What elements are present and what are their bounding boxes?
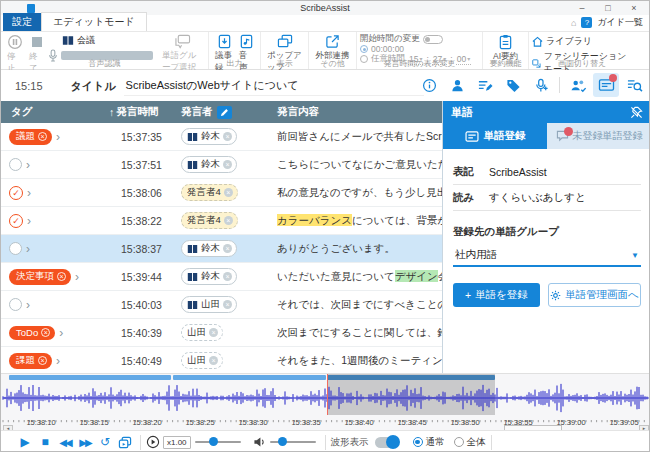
play-button[interactable]: ▶ bbox=[15, 433, 35, 451]
remove-speaker-icon[interactable]: × bbox=[209, 356, 218, 365]
guide-list-link[interactable]: ガイド一覧 bbox=[597, 16, 643, 29]
waveform-display-toggle[interactable] bbox=[375, 437, 399, 448]
tag-badge[interactable]: 課題× bbox=[9, 353, 52, 369]
word-manage-button[interactable]: 単語管理画面へ bbox=[548, 283, 641, 307]
speech-segment-bar[interactable] bbox=[173, 375, 326, 380]
remove-speaker-icon[interactable]: × bbox=[223, 244, 232, 253]
column-content[interactable]: 発言内容 bbox=[273, 105, 442, 119]
start-time-toggle[interactable] bbox=[423, 35, 443, 44]
close-button[interactable]: × bbox=[621, 1, 647, 15]
remove-speaker-icon[interactable]: × bbox=[223, 300, 232, 309]
waveform-panel[interactable]: 15:38:1015:38:1515:38:2015:38:2515:38:30… bbox=[1, 373, 650, 430]
edit-text-button[interactable] bbox=[472, 73, 498, 97]
speaker-chip[interactable]: 鈴木× bbox=[181, 156, 237, 173]
speaker-edit-icon[interactable] bbox=[217, 106, 232, 119]
info-button[interactable] bbox=[416, 73, 442, 97]
expand-chevron-icon[interactable]: › bbox=[56, 132, 60, 142]
view-all-option[interactable]: 全体 bbox=[454, 436, 486, 449]
remove-speaker-icon[interactable]: × bbox=[224, 216, 233, 225]
view-normal-option[interactable]: 通常 bbox=[413, 436, 445, 449]
fast-forward-button[interactable]: ▶▶ bbox=[75, 433, 95, 451]
tab-unregistered-words[interactable]: 未登録単語登録 bbox=[547, 123, 650, 149]
speaker-chip[interactable]: 山田× bbox=[181, 296, 237, 313]
tab-edit-mode[interactable]: エディットモード bbox=[41, 12, 147, 31]
circle-icon[interactable] bbox=[9, 242, 22, 255]
tag-badge[interactable]: ToDo× bbox=[9, 326, 55, 340]
expand-chevron-icon[interactable]: › bbox=[59, 328, 63, 338]
utterance-text[interactable]: こちらについてなにかご意見いただけますでしょうか。 bbox=[273, 158, 442, 172]
table-row[interactable]: ›15:37:51鈴木×こちらについてなにかご意見いただけますでしょうか。 bbox=[1, 151, 442, 179]
table-row[interactable]: ✓›15:38:06発言者4×私の意見なのですが、もう少し見出しの文字を大きくし… bbox=[1, 179, 442, 207]
word-group-select[interactable]: 社内用語 ▼ bbox=[453, 245, 641, 267]
home-small-icon[interactable]: ⌂ bbox=[571, 18, 576, 28]
library-button[interactable]: ライブラリ bbox=[532, 35, 632, 48]
speaker-chip[interactable]: 鈴木× bbox=[181, 268, 237, 285]
radio-all-icon[interactable] bbox=[454, 437, 464, 447]
speaker-check-button[interactable] bbox=[565, 73, 591, 97]
remove-speaker-icon[interactable]: × bbox=[223, 272, 232, 281]
remove-tag-icon[interactable]: × bbox=[41, 328, 50, 337]
remove-speaker-icon[interactable]: × bbox=[223, 132, 232, 141]
tag-badge[interactable]: 決定事項× bbox=[9, 269, 71, 285]
title-input[interactable]: ScribeAssistのWebサイトについて bbox=[124, 76, 424, 96]
speaker-chip[interactable]: 鈴木× bbox=[181, 240, 237, 257]
table-row[interactable]: ›15:40:03山田×それでは、次回までにすべきことの確認、および担当者を決め… bbox=[1, 291, 442, 319]
expand-chevron-icon[interactable]: › bbox=[26, 244, 30, 254]
speech-segment-bar[interactable] bbox=[9, 375, 171, 380]
remove-speaker-icon[interactable]: × bbox=[224, 188, 233, 197]
circle-icon[interactable] bbox=[9, 298, 22, 311]
remove-tag-icon[interactable]: × bbox=[38, 132, 47, 141]
add-voice-button[interactable] bbox=[528, 73, 554, 97]
table-row[interactable]: 課題×›15:40:49山田×それをまた、1週間後のミーティングにて発表していた… bbox=[1, 347, 442, 373]
expand-chevron-icon[interactable]: › bbox=[56, 356, 60, 366]
text-search-button[interactable] bbox=[621, 73, 647, 97]
yomi-input[interactable]: すくらいぶあしすと bbox=[489, 191, 586, 205]
radio-normal-icon[interactable] bbox=[413, 437, 423, 447]
repeat-section-button[interactable] bbox=[115, 433, 135, 451]
speed-input[interactable]: x1.00 bbox=[163, 436, 191, 449]
utterance-text[interactable]: いただいた意見についてデザイン会社と打ち合わせを設けて、またブラッシュアップ bbox=[273, 270, 442, 284]
tab-word-register[interactable]: 単語登録 bbox=[443, 123, 547, 149]
maximize-button[interactable]: □ bbox=[595, 1, 621, 15]
speaker-chip[interactable]: 発言者4× bbox=[181, 184, 238, 201]
check-icon[interactable]: ✓ bbox=[9, 186, 23, 200]
tag-button[interactable] bbox=[500, 73, 526, 97]
expand-chevron-icon[interactable]: › bbox=[75, 272, 79, 282]
remove-tag-icon[interactable]: × bbox=[38, 356, 47, 365]
utterance-text[interactable]: ありがとうございます。 bbox=[273, 242, 442, 256]
rewind-button[interactable]: ◀◀ bbox=[55, 433, 75, 451]
hyouki-input[interactable]: ScribeAssist bbox=[489, 166, 547, 178]
speaker-chip[interactable]: 発言者4× bbox=[181, 212, 238, 229]
expand-chevron-icon[interactable]: › bbox=[26, 300, 30, 310]
table-row[interactable]: ›15:38:37鈴木×ありがとうございます。 bbox=[1, 235, 442, 263]
utterance-text[interactable]: それでは、次回までにすべきことの確認、および担当者を決めたいと思います。 bbox=[273, 298, 442, 312]
utterance-text[interactable]: カラーバランスについては、背景が少し薄いかなと思いますので、少し濃くしていた bbox=[273, 214, 442, 228]
tag-badge[interactable]: 議題× bbox=[9, 129, 52, 145]
utterance-text[interactable]: 私の意見なのですが、もう少し見出しの文字を大きくしてもらえると、区別がつき bbox=[273, 186, 442, 200]
volume-slider[interactable] bbox=[270, 441, 316, 443]
remove-speaker-icon[interactable]: × bbox=[223, 160, 232, 169]
volume-icon[interactable] bbox=[253, 436, 266, 448]
help-icon[interactable]: ? bbox=[581, 17, 592, 28]
remove-speaker-icon[interactable]: × bbox=[209, 328, 218, 337]
minimize-button[interactable]: – bbox=[569, 1, 595, 15]
table-row[interactable]: 議題×›15:37:35鈴木×前回皆さんにメールで共有したScribeAssis… bbox=[1, 123, 442, 151]
zero-time-radio[interactable] bbox=[360, 45, 368, 53]
expand-chevron-icon[interactable]: › bbox=[27, 188, 31, 198]
column-speaker[interactable]: 発言者 bbox=[181, 105, 273, 119]
word-panel-button[interactable] bbox=[593, 73, 619, 97]
speaker-chip[interactable]: 鈴木× bbox=[181, 128, 237, 145]
table-row[interactable]: 決定事項×›15:39:44鈴木×いただいた意見についてデザイン会社と打ち合わせ… bbox=[1, 263, 442, 291]
speaker-chip[interactable]: 山田× bbox=[181, 324, 223, 341]
check-icon[interactable]: ✓ bbox=[9, 214, 23, 228]
column-tag[interactable]: タグ bbox=[1, 105, 109, 119]
utterance-text[interactable]: 前回皆さんにメールで共有したScribeAssistについてのホームページのデザ… bbox=[273, 130, 442, 144]
utterance-text[interactable]: 次回までにすることに関しては、鈴木さんにデザインのブラッシュアップを行っていた bbox=[273, 326, 442, 340]
table-row[interactable]: ✓›15:38:22発言者4×カラーバランスについては、背景が少し薄いかなと思い… bbox=[1, 207, 442, 235]
column-time[interactable]: ↑ 発言時間 bbox=[109, 105, 181, 119]
utterance-text[interactable]: それをまた、1週間後のミーティングにて発表していただき、最終確認を行いたい bbox=[273, 354, 442, 368]
tab-settings[interactable]: 設定 bbox=[3, 13, 41, 31]
register-word-button[interactable]: + 単語を登録 bbox=[453, 283, 540, 307]
circle-icon[interactable] bbox=[9, 158, 22, 171]
expand-chevron-icon[interactable]: › bbox=[27, 216, 31, 226]
